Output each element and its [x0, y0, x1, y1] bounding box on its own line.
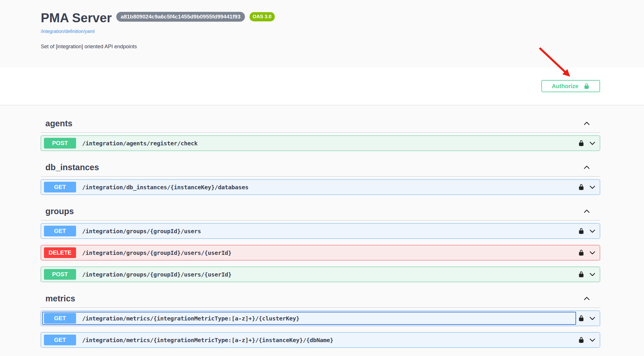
tag-section-metrics: metricsGET/integration/metrics/{integrat… [41, 293, 600, 348]
method-badge: GET [44, 313, 76, 324]
chevron-down-icon [588, 227, 596, 235]
tag-title: groups [45, 206, 74, 216]
lock-icon [578, 315, 584, 322]
chevron-down-icon [588, 183, 596, 191]
operation-row: GET/integration/db_instances/{instanceKe… [41, 179, 600, 195]
authorization-lock-button[interactable] [576, 268, 586, 281]
tag-section-header[interactable]: db_instances [41, 162, 600, 177]
collapse-section-button[interactable] [580, 118, 594, 129]
operation-summary[interactable]: GET/integration/metrics/{integrationMetr… [42, 333, 576, 346]
operation-row: POST/integration/groups/{groupId}/users/… [41, 267, 600, 282]
lock-icon [578, 227, 584, 235]
lock-icon [578, 249, 584, 256]
lock-icon [578, 336, 584, 344]
operation-summary[interactable]: GET/integration/groups/{groupId}/users [42, 225, 576, 238]
operation-summary[interactable]: GET/integration/metrics/{integrationMetr… [42, 312, 576, 325]
operation-row: GET/integration/groups/{groupId}/users [41, 223, 600, 239]
operation-row: DELETE/integration/groups/{groupId}/user… [41, 245, 600, 260]
operations-list: GET/integration/db_instances/{instanceKe… [41, 177, 600, 195]
chevron-up-icon [583, 294, 591, 303]
chevron-up-icon [583, 119, 591, 127]
collapse-section-button[interactable] [580, 206, 594, 216]
chevron-down-icon [588, 139, 596, 147]
method-badge: POST [44, 269, 76, 280]
api-sections: agentsPOST/integration/agents/register/c… [41, 105, 600, 348]
chevron-down-icon [588, 270, 596, 278]
version-hash-badge: a81b809024c9a6c5f4c1455d9b0955fd99441f93 [116, 12, 245, 22]
tag-section-db_instances: db_instancesGET/integration/db_instances… [41, 162, 600, 195]
operations-list: GET/integration/groups/{groupId}/usersDE… [41, 220, 600, 282]
expand-operation-button[interactable] [586, 225, 598, 238]
authorize-button[interactable]: Authorize [541, 80, 600, 92]
chevron-down-icon [588, 336, 596, 344]
operation-path: /integration/metrics/{integrationMetricT… [82, 337, 333, 344]
tag-section-header[interactable]: groups [41, 206, 600, 220]
lock-icon [578, 271, 584, 278]
page-title: PMA Server [41, 12, 112, 24]
tag-section-groups: groupsGET/integration/groups/{groupId}/u… [41, 206, 600, 282]
expand-operation-button[interactable] [586, 137, 598, 150]
authorization-lock-button[interactable] [576, 181, 586, 194]
operation-row: GET/integration/metrics/{integrationMetr… [41, 332, 600, 348]
authorization-lock-button[interactable] [576, 246, 586, 259]
operation-summary[interactable]: POST/integration/groups/{groupId}/users/… [42, 268, 576, 281]
lock-icon [584, 83, 590, 90]
authorize-button-label: Authorize [552, 83, 578, 90]
spec-definition-link[interactable]: /integration/definition/yaml [41, 29, 95, 34]
tag-title: metrics [45, 293, 75, 304]
expand-operation-button[interactable] [586, 268, 598, 281]
method-badge: DELETE [44, 247, 76, 258]
method-badge: GET [44, 335, 76, 345]
expand-operation-button[interactable] [586, 312, 598, 325]
title-row: PMA Server a81b809024c9a6c5f4c1455d9b095… [41, 12, 600, 24]
chevron-down-icon [588, 249, 596, 257]
authorization-lock-button[interactable] [576, 137, 586, 150]
collapse-section-button[interactable] [580, 162, 594, 173]
operation-row: POST/integration/agents/register/check [41, 136, 600, 151]
operation-path: /integration/groups/{groupId}/users [82, 228, 201, 235]
tag-section-agents: agentsPOST/integration/agents/register/c… [41, 118, 600, 151]
authorization-lock-button[interactable] [576, 333, 586, 346]
api-description: Set of [integration] oriented API endpoi… [41, 44, 600, 50]
operation-summary[interactable]: DELETE/integration/groups/{groupId}/user… [42, 246, 576, 259]
operation-path: /integration/metrics/{integrationMetricT… [82, 315, 299, 322]
operation-path: /integration/groups/{groupId}/users/{use… [82, 271, 232, 278]
operation-summary[interactable]: GET/integration/db_instances/{instanceKe… [42, 181, 576, 194]
method-badge: POST [44, 138, 76, 149]
chevron-up-icon [583, 207, 591, 215]
operation-path: /integration/agents/register/check [82, 140, 198, 147]
method-badge: GET [44, 226, 76, 236]
operations-list: GET/integration/metrics/{integrationMetr… [41, 308, 600, 348]
tag-title: db_instances [45, 162, 99, 173]
expand-operation-button[interactable] [586, 181, 598, 194]
lock-icon [578, 183, 584, 191]
chevron-down-icon [588, 314, 596, 322]
operation-row: GET/integration/metrics/{integrationMetr… [41, 311, 600, 326]
chevron-up-icon [583, 163, 591, 171]
lock-icon [578, 140, 584, 147]
authorization-lock-button[interactable] [576, 225, 586, 238]
authorization-lock-button[interactable] [576, 312, 586, 325]
collapse-section-button[interactable] [580, 293, 594, 304]
expand-operation-button[interactable] [586, 246, 598, 259]
tag-section-header[interactable]: agents [41, 118, 600, 133]
tag-title: agents [45, 118, 72, 129]
operations-list: POST/integration/agents/register/check [41, 133, 600, 151]
expand-operation-button[interactable] [586, 333, 598, 346]
operation-path: /integration/groups/{groupId}/users/{use… [82, 249, 232, 256]
operation-path: /integration/db_instances/{instanceKey}/… [82, 184, 248, 191]
tag-section-header[interactable]: metrics [41, 293, 600, 308]
api-info-header: PMA Server a81b809024c9a6c5f4c1455d9b095… [0, 0, 644, 67]
operation-summary[interactable]: POST/integration/agents/register/check [42, 137, 576, 150]
oas-version-badge: OAS 3.0 [250, 12, 275, 21]
method-badge: GET [44, 182, 76, 192]
scheme-container: Authorize [0, 67, 644, 105]
